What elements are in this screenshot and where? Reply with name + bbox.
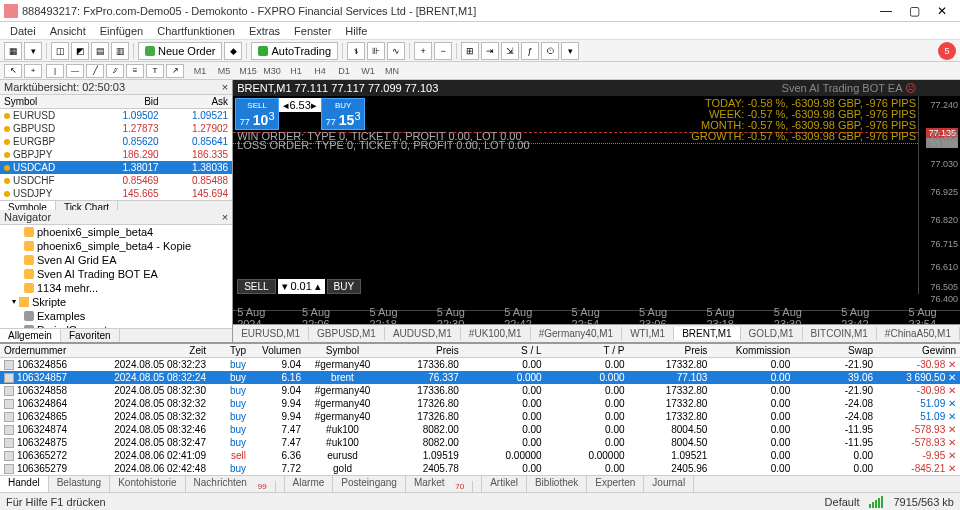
new-chart-icon[interactable]: ▦ — [4, 42, 22, 60]
col-symbol[interactable]: Symbol — [0, 95, 93, 109]
market-row-USDCHF[interactable]: USDCHF0.854690.85488 — [0, 174, 232, 187]
shift-icon[interactable]: ⇥ — [481, 42, 499, 60]
sell-button[interactable]: SELL — [237, 279, 275, 294]
col-bid[interactable]: Bid — [93, 95, 162, 109]
profile-icon[interactable]: ▾ — [24, 42, 42, 60]
menu-einfügen[interactable]: Einfügen — [94, 25, 149, 37]
bar-chart-icon[interactable]: ⫮ — [347, 42, 365, 60]
tf-M15[interactable]: M15 — [236, 64, 260, 78]
nav-group-skripte[interactable]: ▾Skripte — [0, 295, 232, 309]
term-tab-artikel[interactable]: Artikel — [482, 476, 527, 492]
fibo-icon[interactable]: ≡ — [126, 64, 144, 78]
term-col[interactable]: Volumen — [250, 344, 305, 358]
term-col[interactable]: Kommission — [711, 344, 794, 358]
tester-icon[interactable]: ▥ — [111, 42, 129, 60]
term-tab-belastung[interactable]: Belastung — [49, 476, 110, 492]
tf-M30[interactable]: M30 — [260, 64, 284, 78]
market-close-icon[interactable]: × — [222, 81, 228, 93]
candle-chart-icon[interactable]: ⊪ — [367, 42, 385, 60]
market-row-USDJPY[interactable]: USDJPY145.665145.694 — [0, 187, 232, 200]
term-tab-journal[interactable]: Journal — [644, 476, 694, 492]
vline-icon[interactable]: | — [46, 64, 64, 78]
cursor-icon[interactable]: ↖ — [4, 64, 22, 78]
order-row[interactable]: 1063652722024.08.06 02:41:09sell6.36euru… — [0, 449, 960, 462]
tab-favoriten[interactable]: Favoriten — [61, 329, 120, 342]
hline-icon[interactable]: — — [66, 64, 84, 78]
chart-tab[interactable]: GOLD,M1 — [741, 327, 803, 340]
tf-M1[interactable]: M1 — [188, 64, 212, 78]
crosshair-icon[interactable]: + — [24, 64, 42, 78]
term-col[interactable]: Zeit — [90, 344, 210, 358]
sell-box[interactable]: SELL 77 103 — [235, 98, 279, 130]
vol-input[interactable]: ▾ 0.01 ▴ — [278, 279, 325, 294]
new-order-button[interactable]: Neue Order — [138, 42, 222, 60]
order-row[interactable]: 1063248572024.08.05 08:32:24buy6.16brent… — [0, 371, 960, 384]
term-col[interactable]: Gewinn — [877, 344, 960, 358]
text-icon[interactable]: T — [146, 64, 164, 78]
term-col[interactable]: Typ — [210, 344, 250, 358]
tf-H1[interactable]: H1 — [284, 64, 308, 78]
term-col[interactable]: Ordernummer — [0, 344, 90, 358]
nav-icon[interactable]: ◩ — [71, 42, 89, 60]
menu-ansicht[interactable]: Ansicht — [44, 25, 92, 37]
order-row[interactable]: 1063248652024.08.05 08:32:32buy9.94#germ… — [0, 410, 960, 423]
term-tab-kontohistorie[interactable]: Kontohistorie — [110, 476, 185, 492]
chart-tab[interactable]: #ChinaA50,M1 — [877, 327, 960, 340]
arrange-icon[interactable]: ⊞ — [461, 42, 479, 60]
order-row[interactable]: 1063248752024.08.05 08:32:47buy7.47#uk10… — [0, 436, 960, 449]
maximize-button[interactable]: ▢ — [900, 4, 928, 18]
nav-item[interactable]: Examples — [0, 309, 232, 323]
term-col[interactable]: Swap — [794, 344, 877, 358]
chart-tab[interactable]: #Germany40,M1 — [531, 327, 622, 340]
chart-tab[interactable]: BRENT,M1 — [674, 327, 740, 340]
order-row[interactable]: 1063248742024.08.05 08:32:46buy7.47#uk10… — [0, 423, 960, 436]
chart-panel[interactable]: BRENT,M1 77.111 77.117 77.099 77.103 Sve… — [233, 80, 960, 342]
close-button[interactable]: ✕ — [928, 4, 956, 18]
scroll-icon[interactable]: ⇲ — [501, 42, 519, 60]
term-tab-experten[interactable]: Experten — [587, 476, 644, 492]
order-row[interactable]: 1063248562024.08.05 08:32:23buy9.04#germ… — [0, 358, 960, 372]
menu-extras[interactable]: Extras — [243, 25, 286, 37]
tf-H4[interactable]: H4 — [308, 64, 332, 78]
term-icon[interactable]: ▤ — [91, 42, 109, 60]
tab-allgemein[interactable]: Allgemein — [0, 329, 61, 342]
minimize-button[interactable]: — — [872, 4, 900, 18]
indicator-icon[interactable]: ƒ — [521, 42, 539, 60]
term-tab-market[interactable]: Market 70 — [406, 476, 482, 492]
term-tab-alarme[interactable]: Alarme — [285, 476, 334, 492]
menu-hilfe[interactable]: Hilfe — [339, 25, 373, 37]
menu-datei[interactable]: Datei — [4, 25, 42, 37]
term-tab-posteingang[interactable]: Posteingang — [333, 476, 406, 492]
order-row[interactable]: 1063652792024.08.06 02:42:48buy7.72gold2… — [0, 462, 960, 475]
period-icon[interactable]: ⏲ — [541, 42, 559, 60]
nav-item[interactable]: Sven AI Trading BOT EA — [0, 267, 232, 281]
chart-tab[interactable]: #UK100,M1 — [461, 327, 531, 340]
nav-item[interactable]: phoenix6_simple_beta4 — [0, 225, 232, 239]
menu-chartfunktionen[interactable]: Chartfunktionen — [151, 25, 241, 37]
order-row[interactable]: 1063248582024.08.05 08:32:30buy9.04#germ… — [0, 384, 960, 397]
line-chart-icon[interactable]: ∿ — [387, 42, 405, 60]
channel-icon[interactable]: ⫽ — [106, 64, 124, 78]
term-col[interactable]: S / L — [463, 344, 546, 358]
market-row-GBPJPY[interactable]: GBPJPY186.290186.335 — [0, 148, 232, 161]
buy-box[interactable]: BUY 77 153 — [321, 98, 365, 130]
nav-item[interactable]: 1134 mehr... — [0, 281, 232, 295]
order-row[interactable]: 1063248642024.08.05 08:32:32buy9.94#germ… — [0, 397, 960, 410]
chart-tab[interactable]: EURUSD,M1 — [233, 327, 309, 340]
market-row-GBPUSD[interactable]: GBPUSD1.278731.27902 — [0, 122, 232, 135]
term-col[interactable]: T / P — [546, 344, 629, 358]
market-row-EURUSD[interactable]: EURUSD1.095021.09521 — [0, 109, 232, 123]
zoom-out-icon[interactable]: − — [434, 42, 452, 60]
zoom-in-icon[interactable]: + — [414, 42, 432, 60]
autotrading-button[interactable]: AutoTrading — [251, 42, 338, 60]
chart-tab[interactable]: AUDUSD,M1 — [385, 327, 461, 340]
tf-W1[interactable]: W1 — [356, 64, 380, 78]
col-ask[interactable]: Ask — [163, 95, 232, 109]
tf-MN[interactable]: MN — [380, 64, 404, 78]
menu-fenster[interactable]: Fenster — [288, 25, 337, 37]
template-icon[interactable]: ▾ — [561, 42, 579, 60]
term-tab-nachrichten[interactable]: Nachrichten 99 — [186, 476, 285, 492]
chart-tab[interactable]: GBPUSD,M1 — [309, 327, 385, 340]
market-row-EURGBP[interactable]: EURGBP0.856200.85641 — [0, 135, 232, 148]
notification-bell-icon[interactable]: 5 — [938, 42, 956, 60]
